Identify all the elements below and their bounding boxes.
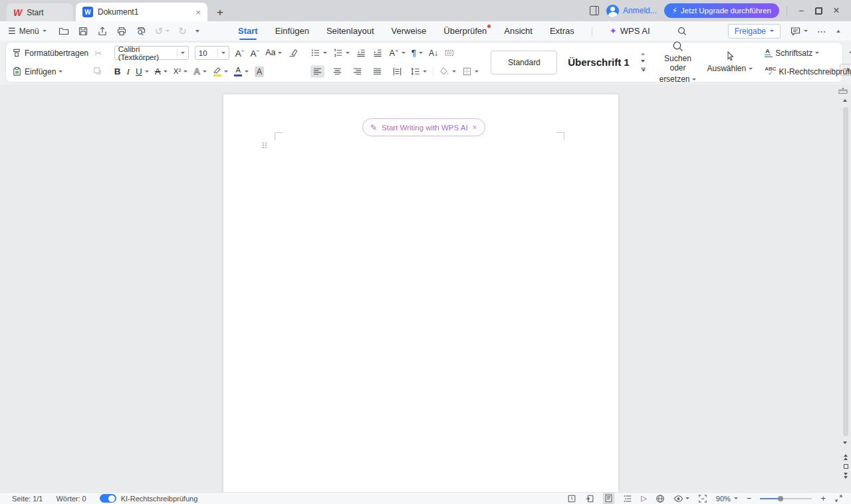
tab-document1[interactable]: W Dokument1 × (76, 3, 207, 21)
vertical-scrollbar[interactable] (842, 84, 850, 492)
find-replace-button[interactable]: Suchen oder ersetzen (659, 40, 696, 84)
zoom-level-button[interactable]: 90% (716, 495, 738, 503)
italic-button[interactable]: I (127, 67, 130, 76)
search-icon[interactable] (677, 26, 687, 37)
tab-ueberpruefen[interactable]: Überprüfen (443, 21, 487, 41)
tab-extras[interactable]: Extras (550, 21, 574, 41)
upgrade-button[interactable]: ⚡ Jetzt Upgrade durchführen (664, 3, 779, 18)
close-window-button[interactable]: × (830, 5, 843, 17)
highlight-button[interactable] (213, 67, 228, 76)
justify-button[interactable] (370, 65, 384, 78)
read-mode-button[interactable] (585, 494, 594, 503)
change-case-button[interactable]: Aa (265, 49, 282, 57)
customize-toolbar-chevron-icon[interactable] (195, 30, 199, 33)
increase-indent-icon[interactable] (372, 48, 383, 58)
text-boundaries-icon[interactable] (444, 48, 455, 58)
new-tab-button[interactable]: + (217, 7, 223, 18)
style-scroll-down-icon[interactable] (641, 60, 645, 63)
decrease-indent-icon[interactable] (356, 48, 366, 58)
scrollbar-thumb[interactable] (843, 107, 848, 436)
clear-formatting-icon[interactable] (288, 48, 299, 58)
zoom-in-button[interactable]: + (820, 493, 826, 503)
style-heading1[interactable]: Überschrift 1 (560, 51, 637, 74)
graduation-cap-icon[interactable] (848, 49, 851, 59)
font-scheme-button[interactable]: A Schriftsatz (765, 49, 819, 58)
sort-button[interactable]: A↓ (429, 49, 438, 57)
shading-button[interactable] (439, 66, 456, 76)
close-pill-icon[interactable]: × (473, 123, 477, 132)
text-effects-button[interactable]: A (193, 67, 207, 76)
comments-button[interactable] (790, 26, 808, 37)
style-standard[interactable]: Standard (491, 51, 557, 74)
font-color-button[interactable]: A (234, 66, 249, 76)
menu-button[interactable]: ☰ Menü (0, 26, 47, 36)
minimize-button[interactable]: − (794, 5, 808, 16)
select-button[interactable]: Auswählen (707, 51, 753, 74)
task-window-button[interactable] (567, 494, 576, 503)
tab-einfuegen[interactable]: Einfügen (275, 21, 309, 41)
page-count-label[interactable]: Seite: 1/1 (12, 495, 43, 503)
show-marks-button[interactable]: ¶ (412, 49, 423, 58)
strikethrough-button[interactable]: A (155, 67, 168, 76)
font-size-select[interactable]: 10 (195, 46, 229, 60)
tab-wps-ai[interactable]: ✦ WPS AI (610, 26, 650, 36)
web-layout-button[interactable] (656, 494, 665, 503)
borders-button[interactable] (462, 66, 479, 76)
align-center-button[interactable] (330, 65, 344, 78)
autoplay-button[interactable]: ▷ (641, 494, 646, 503)
numbering-button[interactable] (333, 48, 350, 58)
pick-tool-button[interactable] (840, 64, 851, 76)
ai-writing-pill[interactable]: ✎ Start Writing with WPS AI × (362, 118, 485, 136)
grow-font-button[interactable]: A+ (235, 49, 245, 58)
close-tab-icon[interactable]: × (195, 7, 201, 17)
eye-protection-button[interactable] (673, 495, 689, 503)
outline-view-button[interactable] (623, 494, 632, 503)
zoom-slider-knob[interactable] (778, 496, 783, 501)
ai-spellcheck-button[interactable]: ABC✓ KI-Rechtschreibprüfung (765, 66, 851, 76)
phonetic-guide-button[interactable]: A✶ (389, 49, 405, 58)
export-icon[interactable] (97, 26, 108, 37)
word-count-label[interactable]: Wörter: 0 (56, 495, 86, 503)
bold-button[interactable]: B (114, 67, 121, 76)
previous-page-button[interactable] (844, 454, 848, 460)
signin-link[interactable]: Anmeld... (623, 6, 657, 15)
align-right-button[interactable] (350, 65, 364, 78)
tab-verweise[interactable]: Verweise (392, 21, 427, 41)
collapse-ribbon-icon[interactable] (836, 30, 840, 33)
document-page[interactable]: ✎ Start Writing with WPS AI × ⠿ (223, 94, 618, 492)
tab-wps-home[interactable]: W Start (7, 3, 73, 21)
scroll-down-icon[interactable] (843, 441, 847, 444)
print-layout-view-button[interactable] (603, 493, 614, 504)
fullscreen-button[interactable] (834, 494, 843, 503)
tab-seitenlayout[interactable]: Seitenlayout (326, 21, 374, 41)
print-icon[interactable] (116, 26, 127, 37)
save-icon[interactable] (78, 26, 88, 37)
zoom-out-button[interactable]: − (747, 493, 752, 503)
open-icon[interactable] (59, 26, 69, 37)
scroll-up-icon[interactable] (843, 99, 847, 102)
shrink-font-button[interactable]: A− (250, 49, 259, 58)
fit-page-button[interactable] (698, 494, 707, 503)
style-scroll-up-icon[interactable] (641, 53, 645, 55)
share-button[interactable]: Freigabe (728, 24, 781, 39)
align-left-button[interactable] (310, 65, 324, 78)
bullets-button[interactable] (310, 48, 327, 58)
font-name-select[interactable]: Calibri (Textkörper) (114, 46, 189, 60)
spellcheck-toggle[interactable] (100, 494, 116, 503)
underline-button[interactable]: U (136, 67, 149, 76)
avatar[interactable] (606, 5, 619, 17)
character-shading-button[interactable]: A (255, 66, 264, 77)
tab-ansicht[interactable]: Ansicht (504, 21, 533, 41)
tab-start[interactable]: Start (238, 21, 258, 41)
paragraph-drag-handle-icon[interactable]: ⠿ (261, 141, 267, 151)
format-painter-button[interactable]: Formatübertragen (12, 48, 88, 58)
restore-window-button[interactable] (815, 7, 822, 15)
style-gallery-more-icon[interactable] (641, 68, 646, 72)
more-options-button[interactable]: ⋯ (817, 26, 827, 37)
zoom-slider[interactable] (760, 498, 812, 499)
distribute-button[interactable] (390, 65, 404, 78)
select-browse-object-button[interactable] (844, 464, 848, 469)
sidebar-toggle-icon[interactable] (590, 6, 599, 15)
superscript-button[interactable]: X² (174, 68, 188, 76)
next-page-button[interactable] (844, 473, 848, 479)
